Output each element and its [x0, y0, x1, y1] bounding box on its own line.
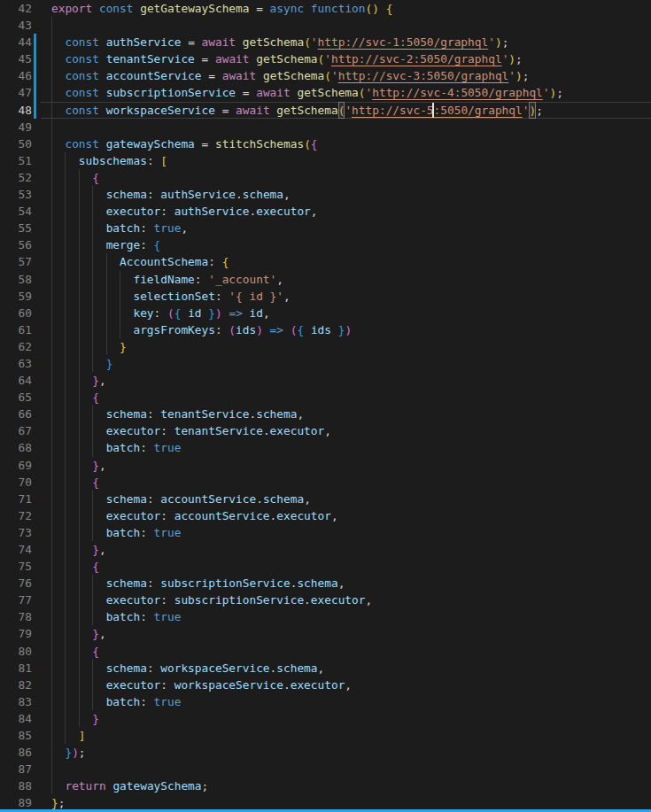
- line-number[interactable]: 81: [0, 660, 32, 677]
- line-number[interactable]: 62: [0, 338, 32, 355]
- code-line[interactable]: 85 ]: [0, 727, 651, 744]
- code-line[interactable]: 67 executor: tenantService.executor,: [0, 422, 651, 439]
- code-line[interactable]: 81 schema: workspaceService.schema,: [0, 660, 651, 677]
- code-line[interactable]: 60 key: ({ id }) => id,: [0, 305, 651, 321]
- code-line[interactable]: 57 AccountSchema: {: [0, 253, 651, 270]
- line-number[interactable]: 53: [0, 186, 32, 203]
- line-number[interactable]: 73: [0, 524, 32, 541]
- code-line[interactable]: 66 schema: tenantService.schema,: [0, 406, 651, 422]
- code-line[interactable]: 63 }: [0, 355, 651, 372]
- line-number[interactable]: 61: [0, 321, 32, 338]
- line-number[interactable]: 80: [0, 643, 32, 660]
- line-number[interactable]: 46: [0, 67, 32, 84]
- line-number[interactable]: 77: [0, 592, 32, 608]
- line-number[interactable]: 60: [0, 305, 32, 321]
- line-number[interactable]: 42: [0, 0, 32, 17]
- line-number[interactable]: 67: [0, 422, 32, 439]
- line-number[interactable]: 68: [0, 439, 32, 456]
- code-line[interactable]: 54 executor: authService.executor,: [0, 203, 651, 220]
- code-line[interactable]: 52 {: [0, 169, 651, 186]
- code-line[interactable]: 51 subschemas: [: [0, 152, 651, 169]
- line-number[interactable]: 75: [0, 558, 32, 575]
- line-number[interactable]: 57: [0, 253, 32, 270]
- code-line[interactable]: 59 selectionSet: '{ id }',: [0, 288, 651, 305]
- code-line[interactable]: 44 const authService = await getSchema('…: [0, 34, 651, 50]
- code-line[interactable]: 69 },: [0, 457, 651, 474]
- line-number[interactable]: 45: [0, 50, 32, 67]
- line-number[interactable]: 71: [0, 491, 32, 507]
- code-line[interactable]: 71 schema: accountService.schema,: [0, 491, 651, 507]
- code-line[interactable]: 58 fieldName: '_account',: [0, 271, 651, 288]
- line-number[interactable]: 82: [0, 677, 32, 693]
- code-line[interactable]: 78 batch: true: [0, 608, 651, 625]
- code-line[interactable]: 86 });: [0, 744, 651, 761]
- line-number[interactable]: 58: [0, 271, 32, 288]
- code-line[interactable]: 55 batch: true,: [0, 220, 651, 236]
- code-line[interactable]: 84 }: [0, 710, 651, 727]
- indent-guide: [79, 625, 80, 642]
- code-line[interactable]: 80 {: [0, 643, 651, 660]
- line-number[interactable]: 52: [0, 169, 32, 186]
- line-number[interactable]: 78: [0, 608, 32, 625]
- code-line[interactable]: 42export const getGatewaySchema = async …: [0, 0, 651, 17]
- code-line[interactable]: 74 },: [0, 541, 651, 558]
- line-number[interactable]: 47: [0, 84, 32, 101]
- code-line[interactable]: 72 executor: accountService.executor,: [0, 507, 651, 524]
- line-number[interactable]: 51: [0, 152, 32, 169]
- code-line[interactable]: 62 }: [0, 338, 651, 355]
- code-line[interactable]: 70 {: [0, 474, 651, 491]
- line-number[interactable]: 63: [0, 355, 32, 372]
- line-number[interactable]: 84: [0, 710, 32, 727]
- line-number[interactable]: 64: [0, 372, 32, 389]
- line-number[interactable]: 43: [0, 17, 32, 34]
- line-number[interactable]: 56: [0, 236, 32, 253]
- line-number[interactable]: 48: [0, 102, 32, 119]
- line-number[interactable]: 87: [0, 761, 32, 777]
- code-line[interactable]: 76 schema: subscriptionService.schema,: [0, 575, 651, 592]
- git-modified-indicator[interactable]: [34, 34, 36, 50]
- code-line[interactable]: 43: [0, 17, 651, 34]
- line-number[interactable]: 65: [0, 389, 32, 406]
- code-line[interactable]: 82 executor: workspaceService.executor,: [0, 677, 651, 693]
- line-number[interactable]: 54: [0, 203, 32, 220]
- line-number[interactable]: 59: [0, 288, 32, 305]
- code-line[interactable]: 88 return gatewaySchema;: [0, 777, 651, 794]
- line-number[interactable]: 88: [0, 777, 32, 794]
- code-line[interactable]: 73 batch: true: [0, 524, 651, 541]
- code-line[interactable]: 77 executor: subscriptionService.executo…: [0, 592, 651, 608]
- code-line[interactable]: 46 const accountService = await getSchem…: [0, 67, 651, 84]
- code-line[interactable]: 48 const workspaceService = await getSch…: [0, 102, 651, 119]
- line-number[interactable]: 76: [0, 575, 32, 592]
- code-line[interactable]: 49: [0, 119, 651, 135]
- code-line[interactable]: 65 {: [0, 389, 651, 406]
- git-modified-indicator[interactable]: [34, 50, 36, 67]
- line-number[interactable]: 86: [0, 744, 32, 761]
- line-number[interactable]: 83: [0, 693, 32, 710]
- line-number[interactable]: 49: [0, 119, 32, 135]
- line-number[interactable]: 70: [0, 474, 32, 491]
- line-number[interactable]: 85: [0, 727, 32, 744]
- line-number[interactable]: 50: [0, 135, 32, 152]
- git-modified-indicator[interactable]: [34, 84, 36, 101]
- line-number[interactable]: 74: [0, 541, 32, 558]
- code-line[interactable]: 56 merge: {: [0, 236, 651, 253]
- line-number[interactable]: 66: [0, 406, 32, 422]
- code-line[interactable]: 68 batch: true: [0, 439, 651, 456]
- code-line[interactable]: 64 },: [0, 372, 651, 389]
- line-number[interactable]: 44: [0, 34, 32, 50]
- line-number[interactable]: 69: [0, 457, 32, 474]
- git-modified-indicator[interactable]: [34, 67, 36, 84]
- line-number[interactable]: 55: [0, 220, 32, 236]
- code-line[interactable]: 53 schema: authService.schema,: [0, 186, 651, 203]
- code-line[interactable]: 61 argsFromKeys: (ids) => ({ ids }): [0, 321, 651, 338]
- code-line[interactable]: 75 {: [0, 558, 651, 575]
- code-line[interactable]: 50 const gatewaySchema = stitchSchemas({: [0, 135, 651, 152]
- code-line[interactable]: 87: [0, 761, 651, 777]
- line-number[interactable]: 79: [0, 625, 32, 642]
- line-number[interactable]: 72: [0, 507, 32, 524]
- code-line[interactable]: 79 },: [0, 625, 651, 642]
- git-modified-indicator[interactable]: [34, 102, 36, 119]
- code-line[interactable]: 83 batch: true: [0, 693, 651, 710]
- code-line[interactable]: 47 const subscriptionService = await get…: [0, 84, 651, 101]
- code-line[interactable]: 45 const tenantService = await getSchema…: [0, 50, 651, 67]
